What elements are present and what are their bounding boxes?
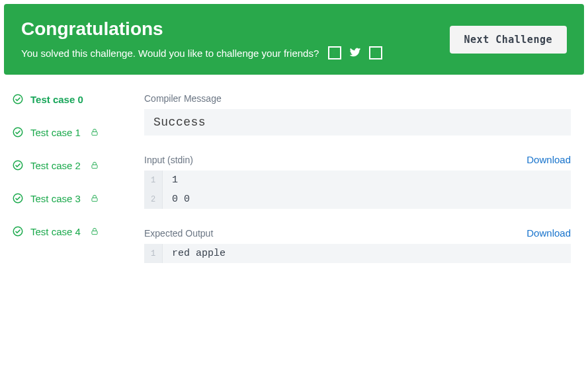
testcase-label: Test case 3 [30, 193, 81, 204]
input-section: Input (stdin) Download 1120 0 [144, 154, 571, 209]
facebook-icon[interactable] [328, 46, 341, 59]
lock-icon [90, 128, 99, 137]
compiler-label: Compiler Message [144, 93, 571, 104]
banner-title: Congratulations [21, 19, 382, 40]
svg-point-3 [13, 161, 22, 170]
svg-point-7 [13, 227, 22, 236]
testcase-sidebar: Test case 0Test case 1Test case 2Test ca… [12, 93, 124, 263]
testcase-item-4[interactable]: Test case 4 [12, 225, 124, 237]
testcase-label: Test case 1 [30, 127, 81, 138]
svg-rect-4 [92, 165, 97, 168]
check-circle-icon [12, 192, 24, 204]
testcase-label: Test case 4 [30, 226, 81, 237]
testcase-item-0[interactable]: Test case 0 [12, 93, 124, 105]
compiler-message: Success [144, 109, 571, 135]
lock-icon [90, 161, 99, 170]
svg-rect-8 [92, 231, 97, 234]
expected-section: Expected Output Download 1red apple [144, 227, 571, 263]
svg-point-5 [13, 194, 22, 203]
code-text: red apple [163, 244, 571, 263]
check-circle-icon [12, 93, 24, 105]
expected-label: Expected Output [144, 228, 213, 239]
svg-point-0 [13, 95, 22, 104]
linkedin-icon[interactable] [369, 46, 382, 59]
next-challenge-button[interactable]: Next Challenge [450, 26, 567, 54]
testcase-item-1[interactable]: Test case 1 [12, 126, 124, 138]
twitter-icon[interactable] [349, 46, 361, 60]
expected-download-link[interactable]: Download [526, 227, 571, 239]
testcase-item-3[interactable]: Test case 3 [12, 192, 124, 204]
line-number: 2 [144, 190, 163, 209]
expected-code-block: 1red apple [144, 244, 571, 263]
code-text: 0 0 [163, 190, 571, 209]
congrats-banner: Congratulations You solved this challeng… [4, 4, 584, 75]
code-line: 11 [144, 171, 571, 190]
code-text: 1 [163, 171, 571, 190]
svg-rect-6 [92, 198, 97, 201]
lock-icon [90, 227, 99, 236]
testcase-label: Test case 0 [30, 94, 83, 105]
check-circle-icon [12, 159, 24, 171]
svg-point-1 [13, 128, 22, 137]
input-label: Input (stdin) [144, 155, 193, 165]
check-circle-icon [12, 126, 24, 138]
input-code-block: 1120 0 [144, 171, 571, 209]
svg-rect-2 [92, 132, 97, 135]
testcase-label: Test case 2 [30, 160, 81, 171]
code-line: 1red apple [144, 244, 571, 263]
banner-subtitle: You solved this challenge. Would you lik… [21, 48, 319, 59]
code-line: 20 0 [144, 190, 571, 209]
line-number: 1 [144, 171, 163, 190]
lock-icon [90, 194, 99, 203]
line-number: 1 [144, 244, 163, 263]
input-download-link[interactable]: Download [526, 154, 571, 165]
testcase-item-2[interactable]: Test case 2 [12, 159, 124, 171]
check-circle-icon [12, 225, 24, 237]
compiler-section: Compiler Message Success [144, 93, 571, 135]
